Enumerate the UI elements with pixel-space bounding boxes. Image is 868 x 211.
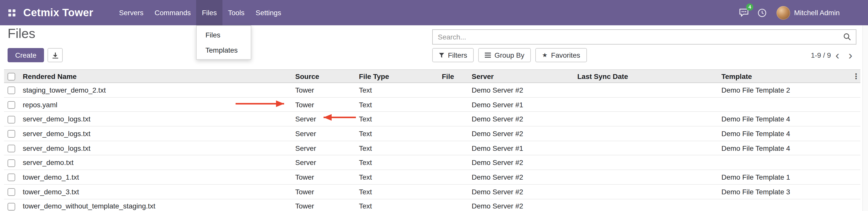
cell-last-sync-date[interactable] [577,83,721,97]
cell-file[interactable] [442,184,472,199]
export-button[interactable] [48,48,63,62]
row-checkbox[interactable] [8,101,15,109]
menu-settings[interactable]: Settings [250,0,287,25]
table-row[interactable]: server_demo_logs.txt Server Text Demo Se… [4,126,860,141]
messages-button[interactable]: 4 [735,0,753,25]
cell-file-type[interactable]: Text [359,126,442,141]
cell-template[interactable] [721,199,849,211]
cell-file-type[interactable]: Text [359,141,442,155]
dropdown-item-templates[interactable]: Templates [197,42,251,58]
cell-rendered-name[interactable]: tower_demo_3.txt [23,184,295,199]
cell-file[interactable] [442,126,472,141]
dropdown-item-files[interactable]: Files [197,27,251,42]
col-template[interactable]: Template [721,69,849,83]
search-input[interactable] [433,33,839,41]
cell-file[interactable] [442,97,472,112]
row-checkbox[interactable] [8,159,15,167]
cell-source[interactable]: Tower [295,184,359,199]
cell-rendered-name[interactable]: staging_tower_demo_2.txt [23,83,295,97]
cell-server[interactable]: Demo Server #2 [472,184,577,199]
select-all-checkbox[interactable] [8,73,15,81]
cell-rendered-name[interactable]: tower_demo_without_template_staging.txt [23,199,295,211]
cell-source[interactable]: Tower [295,83,359,97]
group-by-button[interactable]: Group By [478,48,531,62]
cell-server[interactable]: Demo Server #2 [472,155,577,170]
cell-last-sync-date[interactable] [577,170,721,184]
pager-previous-button[interactable]: ‹ [831,50,844,60]
cell-last-sync-date[interactable] [577,97,721,112]
cell-file-type[interactable]: Text [359,155,442,170]
cell-file-type[interactable]: Text [359,199,442,211]
cell-source[interactable]: Server [295,141,359,155]
cell-file[interactable] [442,141,472,155]
col-source[interactable]: Source [295,69,359,83]
cell-last-sync-date[interactable] [577,184,721,199]
filters-button[interactable]: Filters [432,48,474,62]
cell-source[interactable]: Tower [295,199,359,211]
cell-template[interactable]: Demo File Template 2 [721,83,849,97]
cell-template[interactable] [721,155,849,170]
cell-file[interactable] [442,155,472,170]
cell-server[interactable]: Demo Server #2 [472,199,577,211]
search-submit-button[interactable] [839,30,856,44]
cell-file-type[interactable]: Text [359,170,442,184]
cell-server[interactable]: Demo Server #1 [472,97,577,112]
cell-server[interactable]: Demo Server #2 [472,83,577,97]
table-row[interactable]: server_demo_logs.txt Server Text Demo Se… [4,112,860,126]
col-last-sync-date[interactable]: Last Sync Date [577,69,721,83]
row-checkbox[interactable] [8,145,15,152]
cell-rendered-name[interactable]: server_demo_logs.txt [23,112,295,126]
cell-source[interactable]: Tower [295,97,359,112]
menu-files[interactable]: Files Files Templates [196,0,222,25]
cell-last-sync-date[interactable] [577,112,721,126]
cell-rendered-name[interactable]: server_demo_logs.txt [23,141,295,155]
cell-template[interactable]: Demo File Template 4 [721,126,849,141]
col-rendered-name[interactable]: Rendered Name [23,69,295,83]
scrollbar-track[interactable] [862,25,868,211]
table-row[interactable]: server_demo_logs.txt Server Text Demo Se… [4,141,860,155]
menu-commands[interactable]: Commands [149,0,196,25]
table-row[interactable]: tower_demo_3.txt Tower Text Demo Server … [4,184,860,199]
cell-file-type[interactable]: Text [359,83,442,97]
cell-last-sync-date[interactable] [577,155,721,170]
cell-file[interactable] [442,199,472,211]
table-row[interactable]: staging_tower_demo_2.txt Tower Text Demo… [4,83,860,97]
cell-server[interactable]: Demo Server #1 [472,141,577,155]
cell-source[interactable]: Server [295,155,359,170]
app-brand[interactable]: Cetmix Tower [23,0,93,25]
cell-template[interactable]: Demo File Template 4 [721,112,849,126]
cell-template[interactable]: Demo File Template 4 [721,141,849,155]
cell-server[interactable]: Demo Server #2 [472,170,577,184]
row-checkbox[interactable] [8,87,15,94]
cell-server[interactable]: Demo Server #2 [472,112,577,126]
cell-file[interactable] [442,83,472,97]
row-checkbox[interactable] [8,130,15,138]
create-button[interactable]: Create [8,48,44,62]
cell-file[interactable] [442,170,472,184]
row-checkbox[interactable] [8,203,15,210]
table-row[interactable]: tower_demo_1.txt Tower Text Demo Server … [4,170,860,184]
col-file[interactable]: File [442,69,472,83]
cell-file-type[interactable]: Text [359,184,442,199]
table-row[interactable]: repos.yaml Tower Text Demo Server #1 [4,97,860,112]
col-file-type[interactable]: File Type [359,69,442,83]
col-server[interactable]: Server [472,69,577,83]
cell-rendered-name[interactable]: repos.yaml [23,97,295,112]
cell-source[interactable]: Tower [295,170,359,184]
cell-server[interactable]: Demo Server #2 [472,126,577,141]
cell-file[interactable] [442,112,472,126]
cell-rendered-name[interactable]: server_demo.txt [23,155,295,170]
favorites-button[interactable]: ★ Favorites [536,48,587,62]
cell-template[interactable]: Demo File Template 1 [721,170,849,184]
row-checkbox[interactable] [8,188,15,196]
menu-servers[interactable]: Servers [114,0,149,25]
row-checkbox[interactable] [8,174,15,181]
cell-file-type[interactable]: Text [359,112,442,126]
pager-next-button[interactable]: › [844,50,857,60]
table-row[interactable]: server_demo.txt Server Text Demo Server … [4,155,860,170]
user-menu[interactable]: Mitchell Admin [776,6,840,20]
optional-columns-toggle[interactable]: ⋮ [849,71,860,81]
menu-tools[interactable]: Tools [222,0,250,25]
cell-last-sync-date[interactable] [577,141,721,155]
activities-button[interactable] [753,0,771,25]
